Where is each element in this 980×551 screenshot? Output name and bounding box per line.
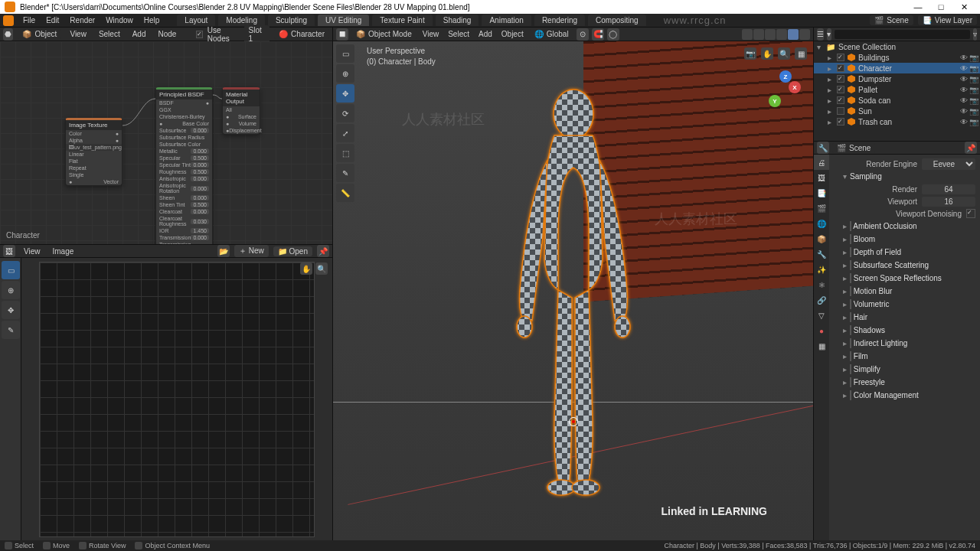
vp-object[interactable]: Object	[498, 30, 527, 38]
object-mode-selector[interactable]: 📦 Object	[18, 29, 61, 39]
section-checkbox[interactable]	[850, 312, 851, 322]
editor-type-icon[interactable]: 🖼	[3, 245, 15, 257]
menu-file[interactable]: File	[18, 16, 40, 24]
node-material-output[interactable]: Material Output All ●Surface ●Volume ●Di…	[222, 87, 260, 135]
outliner-item-pallet[interactable]: ▸Pallet👁📷	[814, 84, 980, 95]
mode-selector[interactable]: 📦 Object Mode	[351, 29, 416, 39]
render-icon[interactable]: 📷	[969, 118, 977, 126]
section-checkbox[interactable]	[850, 364, 851, 374]
tool-annotate[interactable]: ✎	[2, 321, 20, 339]
rendered-shading[interactable]	[799, 29, 810, 40]
section-checkbox[interactable]	[850, 260, 851, 270]
section-checkbox[interactable]	[850, 286, 851, 296]
close-button[interactable]: ✕	[952, 2, 975, 12]
tool-annotate[interactable]: ✎	[336, 164, 354, 182]
tab-compositing[interactable]: Compositing	[588, 15, 646, 26]
pin-icon[interactable]: 📌	[317, 245, 329, 257]
open-image-button[interactable]: 📁 Open	[273, 246, 312, 256]
camera-gizmo-icon[interactable]: 📷	[744, 47, 756, 60]
outliner-item-soda-can[interactable]: ▸Soda can👁📷	[814, 95, 980, 106]
material-selector[interactable]: 🔴 Character	[274, 29, 329, 39]
node-image-texture[interactable]: Image Texture Color● Alpha● 🖼uv_test_pat…	[65, 118, 122, 186]
pan-icon[interactable]: ✋	[300, 262, 312, 275]
node-principled-bsdf[interactable]: Principled BSDF BSDF● GGX Christensen-Bu…	[155, 87, 213, 244]
node-editor-area[interactable]: Image Texture Color● Alpha● 🖼uv_test_pat…	[0, 41, 332, 244]
section-volumetric[interactable]: ▸ Volumetric	[834, 298, 975, 311]
tool-cursor[interactable]: ⊕	[2, 281, 20, 299]
new-image-button[interactable]: ＋ New	[234, 245, 269, 257]
section-checkbox[interactable]	[850, 234, 851, 244]
collection-checkbox[interactable]	[837, 54, 844, 61]
solid-shading[interactable]	[776, 29, 787, 40]
section-checkbox[interactable]	[850, 299, 851, 309]
tab-layout[interactable]: Layout	[177, 15, 215, 26]
outliner-collection[interactable]: ▾📁Scene Collection	[814, 41, 980, 52]
editor-type-icon[interactable]: 🔧	[817, 142, 829, 154]
collection-checkbox[interactable]	[837, 107, 844, 115]
render-icon[interactable]: 📷	[969, 54, 977, 61]
section-sampling[interactable]: ▾Sampling	[834, 170, 975, 183]
render-samples-field[interactable]: 64	[922, 184, 975, 194]
visibility-icon[interactable]: 👁	[960, 64, 968, 72]
tab-constraint[interactable]: 🔗	[814, 292, 829, 308]
3d-viewport[interactable]: 🔲 📦 Object Mode View Select Add Object 🌐…	[333, 28, 813, 540]
menu-help[interactable]: Help	[139, 16, 165, 24]
tool-cursor[interactable]: ⊕	[336, 64, 354, 83]
image-browse-icon[interactable]: 📂	[217, 245, 230, 257]
tool-rotate[interactable]: ⟳	[336, 104, 354, 122]
section-subsurface-scattering[interactable]: ▸ Subsurface Scattering	[834, 259, 975, 272]
render-engine-select[interactable]: Eevee	[922, 158, 975, 170]
lookdev-shading[interactable]	[788, 29, 799, 40]
section-ambient-occlusion[interactable]: ▸ Ambient Occlusion	[834, 220, 975, 233]
maximize-button[interactable]: □	[929, 2, 952, 11]
render-icon[interactable]: 📷	[969, 86, 977, 93]
overlay-toggle[interactable]	[742, 29, 753, 40]
menu-edit[interactable]: Edit	[41, 16, 64, 24]
menu-render[interactable]: Render	[65, 16, 100, 24]
vp-view[interactable]: View	[420, 30, 443, 38]
outliner[interactable]: ▾📁Scene Collection ▸Buildings👁📷▸Characte…	[814, 41, 980, 141]
section-checkbox[interactable]	[850, 221, 851, 231]
tab-output[interactable]: 🖼	[814, 170, 829, 185]
tab-uv-editing[interactable]: UV Editing	[318, 15, 369, 26]
ne-view[interactable]: View	[66, 30, 90, 38]
context-breadcrumb[interactable]: 🎬 Scene	[832, 143, 875, 153]
pin-icon[interactable]: 📌	[965, 142, 977, 154]
ne-add[interactable]: Add	[129, 30, 150, 38]
render-icon[interactable]: 📷	[969, 96, 977, 104]
section-simplify[interactable]: ▸ Simplify	[834, 363, 975, 376]
snap-icon[interactable]: 🧲	[592, 28, 604, 41]
section-checkbox[interactable]	[850, 351, 851, 361]
visibility-icon[interactable]: 👁	[960, 96, 968, 104]
display-mode-icon[interactable]: ▾	[827, 28, 831, 41]
render-icon[interactable]: 📷	[969, 64, 977, 72]
tool-move[interactable]: ✥	[336, 84, 354, 103]
section-shadows[interactable]: ▸ Shadows	[834, 324, 975, 337]
tab-particle[interactable]: ✨	[814, 262, 829, 277]
tool-transform[interactable]: ⬚	[336, 144, 354, 162]
tab-modeling[interactable]: Modeling	[218, 15, 265, 26]
vp-select[interactable]: Select	[445, 30, 472, 38]
tool-transform[interactable]: ✥	[2, 301, 20, 319]
section-checkbox[interactable]	[850, 377, 851, 387]
vp-add[interactable]: Add	[475, 30, 495, 38]
outliner-item-trash-can[interactable]: ▸Trash can👁📷	[814, 116, 980, 127]
viewport-samples-field[interactable]: 16	[922, 197, 975, 207]
orbit-gizmo[interactable]: X Y Z	[766, 72, 804, 110]
tab-object[interactable]: 📦	[814, 231, 829, 246]
viewport-denoising-checkbox[interactable]	[966, 209, 975, 218]
proportional-icon[interactable]: ◯	[607, 28, 619, 41]
editor-type-icon[interactable]: ⬣	[3, 28, 13, 41]
collection-checkbox[interactable]	[837, 86, 844, 93]
outliner-item-character[interactable]: ▸Character👁📷	[814, 63, 980, 73]
tool-measure[interactable]: 📏	[336, 184, 354, 202]
filter-icon[interactable]: ▿	[973, 28, 978, 41]
tab-texture-paint[interactable]: Texture Paint	[372, 15, 432, 26]
wireframe-shading[interactable]	[765, 29, 776, 40]
section-depth-of-field[interactable]: ▸ Depth of Field	[834, 246, 975, 259]
section-bloom[interactable]: ▸ Bloom	[834, 233, 975, 246]
section-checkbox[interactable]	[850, 338, 851, 348]
outliner-item-dumpster[interactable]: ▸Dumpster👁📷	[814, 73, 980, 84]
tab-rendering[interactable]: Rendering	[534, 15, 585, 26]
tool-select[interactable]: ▭	[2, 261, 20, 279]
